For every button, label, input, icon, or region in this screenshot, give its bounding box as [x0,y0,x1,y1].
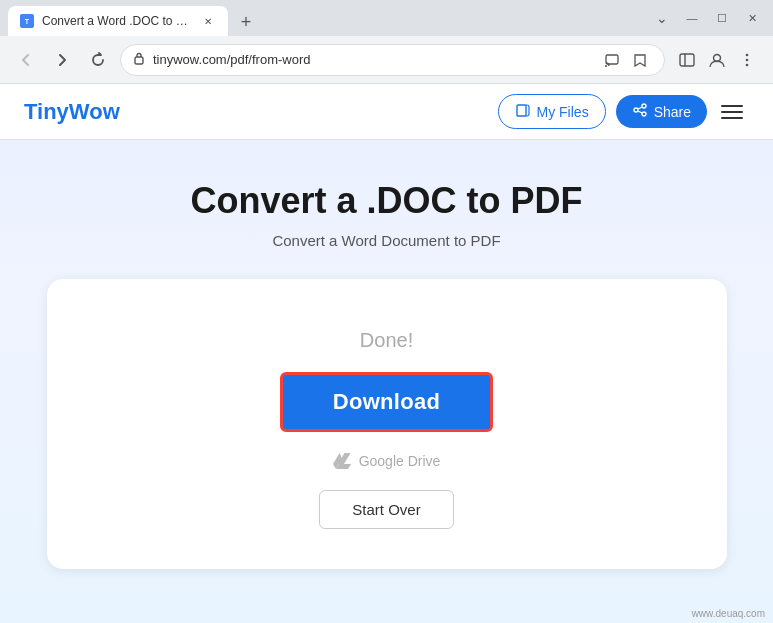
my-files-label: My Files [537,104,589,120]
google-drive-icon [333,452,351,470]
more-menu-icon[interactable] [733,46,761,74]
hamburger-line-2 [721,111,743,113]
profile-icon[interactable] [703,46,731,74]
active-tab[interactable]: T Convert a Word .DOC to PDF On... ✕ [8,6,228,36]
svg-point-9 [746,58,749,61]
svg-line-15 [638,107,642,109]
hamburger-menu-button[interactable] [717,96,749,128]
sidebar-toggle-icon[interactable] [673,46,701,74]
conversion-card: Done! Download Google Drive Start Over [47,279,727,569]
back-button[interactable] [12,46,40,74]
svg-rect-2 [135,57,143,64]
tab-area: T Convert a Word .DOC to PDF On... ✕ + [8,0,641,36]
forward-button[interactable] [48,46,76,74]
browser-window: T Convert a Word .DOC to PDF On... ✕ + ⌄… [0,0,773,623]
title-bar: T Convert a Word .DOC to PDF On... ✕ + ⌄… [0,0,773,36]
minimize-button[interactable]: — [679,7,705,29]
url-bar[interactable]: tinywow.com/pdf/from-word [120,44,665,76]
new-tab-button[interactable]: + [232,8,260,36]
download-button[interactable]: Download [280,372,494,432]
share-icon [632,102,648,121]
tab-close-button[interactable]: ✕ [200,13,216,29]
page-content: TinyWow My Files Share [0,84,773,623]
chevron-down-icon: ⌄ [649,7,675,29]
my-files-button[interactable]: My Files [498,94,606,129]
bookmark-icon[interactable] [628,48,652,72]
svg-rect-11 [517,105,526,116]
watermark: www.deuaq.com [692,608,765,619]
svg-rect-5 [680,54,694,66]
svg-point-13 [634,108,638,112]
google-drive-label: Google Drive [359,453,441,469]
cast-icon[interactable] [600,48,624,72]
tab-favicon: T [20,14,34,28]
lock-icon [133,51,145,68]
main-content: Convert a .DOC to PDF Convert a Word Doc… [0,140,773,589]
window-controls: ⌄ — ☐ ✕ [641,7,765,29]
svg-rect-3 [606,55,618,64]
hamburger-line-3 [721,117,743,119]
google-drive-row: Google Drive [333,452,441,470]
share-button[interactable]: Share [616,95,707,128]
svg-point-12 [642,104,646,108]
url-actions [600,48,652,72]
close-button[interactable]: ✕ [739,7,765,29]
svg-point-4 [605,65,607,67]
page-title: Convert a .DOC to PDF [190,180,582,222]
nav-right: My Files Share [498,94,749,129]
page-subtitle: Convert a Word Document to PDF [272,232,500,249]
address-bar: tinywow.com/pdf/from-word [0,36,773,84]
logo-black: Tiny [24,99,69,124]
logo-blue: Wow [69,99,120,124]
svg-point-14 [642,112,646,116]
start-over-button[interactable]: Start Over [319,490,453,529]
site-navbar: TinyWow My Files Share [0,84,773,140]
browser-icons [673,46,761,74]
tab-title: Convert a Word .DOC to PDF On... [42,14,192,28]
svg-point-8 [746,53,749,56]
refresh-button[interactable] [84,46,112,74]
maximize-button[interactable]: ☐ [709,7,735,29]
url-text: tinywow.com/pdf/from-word [153,52,592,67]
svg-line-16 [638,111,642,113]
share-label: Share [654,104,691,120]
svg-point-10 [746,63,749,66]
svg-text:T: T [25,18,30,25]
done-label: Done! [360,329,413,352]
files-icon [515,102,531,121]
site-logo: TinyWow [24,99,120,125]
hamburger-line-1 [721,105,743,107]
